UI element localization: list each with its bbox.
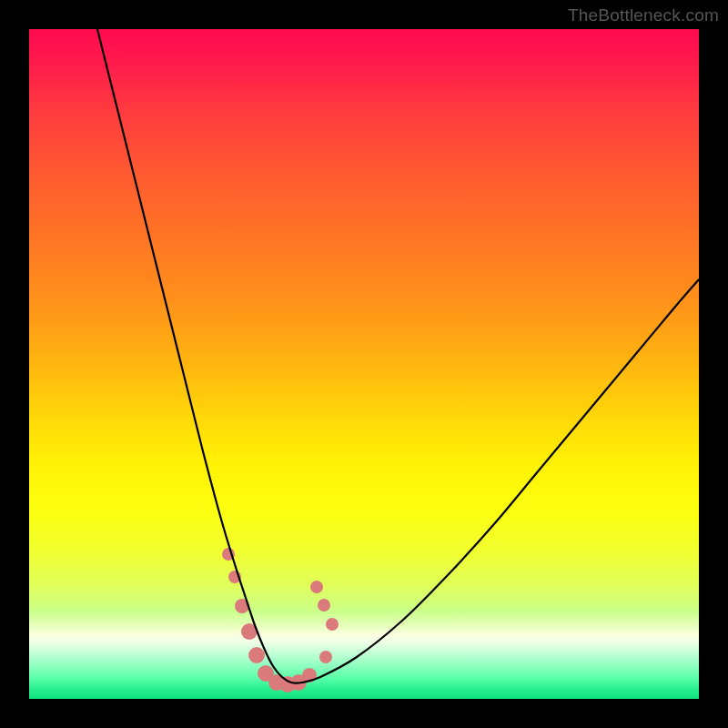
- plot-area: [29, 29, 699, 699]
- curve-markers: [222, 548, 339, 693]
- watermark-text: TheBottleneck.com: [568, 5, 719, 25]
- bottleneck-curve: [97, 29, 699, 683]
- curve-marker: [310, 581, 323, 593]
- curve-marker: [326, 618, 339, 631]
- chart-svg: [29, 29, 699, 699]
- curve-marker: [248, 647, 265, 663]
- curve-marker: [319, 651, 332, 663]
- chart-frame: TheBottleneck.com: [0, 0, 728, 728]
- curve-marker: [318, 599, 330, 612]
